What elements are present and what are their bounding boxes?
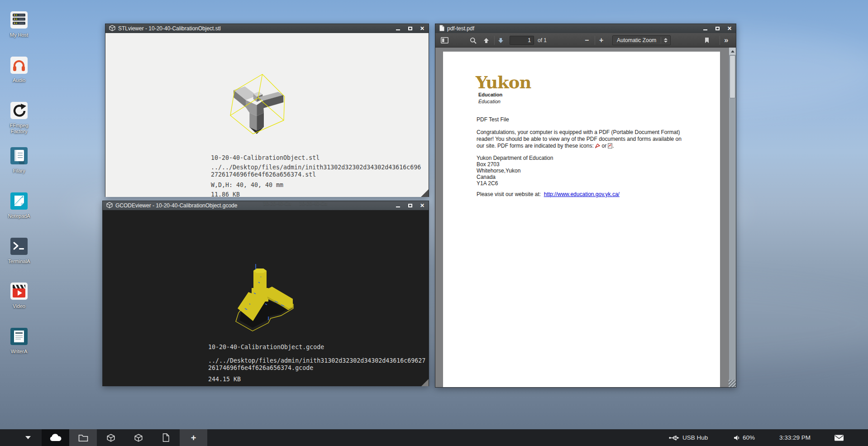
terminal-icon <box>9 236 29 256</box>
zoom-in-icon[interactable]: + <box>599 33 603 48</box>
document-icon <box>9 326 29 346</box>
server-icon <box>9 10 29 30</box>
desktop-icon-label: Audio <box>13 77 25 83</box>
desktop-icon-ffmpeg-factory[interactable]: FFmpeg Factory <box>3 101 35 134</box>
stl-dimensions: W,D,H: 40, 40, 40 mm <box>211 182 421 189</box>
stl-titlebar[interactable]: STLviewer - 10-20-40-CalibrationObject.s… <box>105 24 429 33</box>
scroll-up-icon[interactable] <box>729 48 736 55</box>
desktop-icon-my-host[interactable]: My Host <box>3 10 35 38</box>
maximize-icon[interactable] <box>407 26 413 31</box>
maximize-icon[interactable] <box>715 26 720 31</box>
acrobat-icon <box>595 144 600 150</box>
resize-grip[interactable] <box>421 379 429 386</box>
para-line: reader! You should be able to view any o… <box>477 136 698 143</box>
search-icon[interactable] <box>470 33 477 48</box>
select-arrows-icon <box>661 38 670 43</box>
logo-education-en: Education <box>478 91 531 98</box>
desktop-icon-audio[interactable]: Audio <box>3 55 35 83</box>
address-line: Whitehorse,Yukon <box>477 168 553 174</box>
desktop-icon-notepada[interactable]: NotepadA <box>3 191 35 219</box>
gcode-path-line1: ../../Desktop/files/admin/inith31302d323… <box>208 357 425 364</box>
desktop-icon-terminala[interactable]: TerminalA <box>3 236 35 264</box>
desktop-icon-label: FFmpeg Factory <box>3 123 35 134</box>
pdf-titlebar[interactable]: pdf-test.pdf ✕ <box>435 24 736 33</box>
scrollbar-thumb[interactable] <box>730 55 735 98</box>
headphones-icon <box>9 55 29 75</box>
address-line: Yukon Department of Education <box>477 155 553 161</box>
more-tools-icon[interactable]: » <box>724 33 728 48</box>
desktop-icon-filary[interactable]: Filary <box>3 146 35 174</box>
clapperboard-icon <box>9 281 29 301</box>
pdf-toolbar: of 1 − + Automatic Zoom » <box>435 33 736 48</box>
minimize-icon[interactable] <box>702 26 708 31</box>
gcode-info-text: 10-20-40-CalibrationObject.gcode ../../D… <box>208 344 425 383</box>
scrollbar[interactable] <box>729 48 736 387</box>
page-count-label: of 1 <box>538 33 547 48</box>
notifications-button[interactable] <box>834 429 844 446</box>
stl-path-line2: 2726174696f6e4f626a656374.stl <box>211 171 421 178</box>
recycle-arrows-icon <box>9 101 29 120</box>
address-line: Canada <box>477 174 553 180</box>
toolbar-divider <box>720 36 720 45</box>
usb-indicator[interactable] <box>669 429 680 446</box>
volume-control[interactable] <box>734 429 740 446</box>
stl-filesize: 11.86 KB <box>211 191 421 197</box>
close-icon[interactable]: ✕ <box>420 203 425 208</box>
close-icon[interactable]: ✕ <box>727 26 732 31</box>
zoom-out-icon[interactable]: − <box>585 33 589 48</box>
pdf-file-icon <box>439 25 444 33</box>
cube-icon <box>109 25 115 33</box>
logo-education-fr: Éducation <box>478 98 531 105</box>
window-title: GCODEviewer - 10-20-40-CalibrationObject… <box>115 202 237 209</box>
pdf-window: pdf-test.pdf ✕ of 1 − <box>435 24 736 388</box>
resize-grip[interactable] <box>421 189 429 197</box>
desktop-icon-label: Filary <box>13 168 25 174</box>
gcode-viewport[interactable]: 10-20-40-CalibrationObject.gcode ../../D… <box>103 210 429 386</box>
zoom-select-value: Automatic Zoom <box>613 37 661 43</box>
system-tray: USB Hub 60% 3:33:29 PM <box>0 429 868 446</box>
pdf-form-icon <box>608 143 612 150</box>
stl-path-line1: ../../Desktop/files/admin/inith31302d323… <box>211 164 421 171</box>
gcode-titlebar[interactable]: GCODEviewer - 10-20-40-CalibrationObject… <box>103 201 429 210</box>
desktop-icon-label: My Host <box>10 32 28 38</box>
window-title: STLviewer - 10-20-40-CalibrationObject.s… <box>118 25 221 32</box>
address-line: Y1A 2C6 <box>477 180 553 187</box>
bookmark-icon[interactable] <box>704 33 710 48</box>
toolbar-divider <box>494 36 495 45</box>
website-link[interactable]: http://www.education.gov.yk.ca/ <box>544 191 620 197</box>
maximize-icon[interactable] <box>407 203 413 208</box>
pdf-content-area: Yukon Education Éducation PDF Test File … <box>435 48 736 387</box>
toolbar-divider <box>595 36 595 45</box>
desktop-icon-label: Video <box>13 303 25 309</box>
next-page-icon[interactable] <box>498 33 504 48</box>
stl-viewport[interactable]: 10-20-40-CalibrationObject.stl ../../Des… <box>105 33 429 197</box>
clock: 3:33:29 PM <box>779 429 811 446</box>
para-line3-text: our site. PDF forms are indicated by the… <box>477 143 594 149</box>
stlviewer-window: STLviewer - 10-20-40-CalibrationObject.s… <box>105 24 429 197</box>
cube-icon <box>106 202 113 210</box>
sidebar-toggle-icon[interactable] <box>441 33 448 48</box>
website-label: Please visit our website at: <box>477 191 541 197</box>
resize-grip[interactable] <box>729 380 736 387</box>
zoom-select[interactable]: Automatic Zoom <box>612 35 671 45</box>
book-icon <box>9 146 29 166</box>
gcode-model-preview <box>227 263 308 336</box>
desktop-icon-label: TerminalA <box>8 259 30 264</box>
gcode-filename: 10-20-40-CalibrationObject.gcode <box>208 344 425 351</box>
pdf-page: Yukon Education Éducation PDF Test File … <box>443 52 720 387</box>
doc-paragraph: Congratulations, your computer is equipp… <box>477 129 698 150</box>
para-or-text: or <box>601 143 606 149</box>
desktop: My Host Audio FFmpeg Factory <box>0 0 868 446</box>
desktop-icon-video[interactable]: Video <box>3 281 35 309</box>
stl-model-preview <box>219 63 299 139</box>
para-period: . <box>612 143 614 149</box>
desktop-icon-writera[interactable]: WriterA <box>3 326 35 355</box>
close-icon[interactable]: ✕ <box>420 26 425 31</box>
stl-info-text: 10-20-40-CalibrationObject.stl ../../Des… <box>211 154 421 197</box>
page-number-input[interactable] <box>510 36 534 45</box>
minimize-icon[interactable] <box>395 203 401 208</box>
previous-page-icon[interactable] <box>483 33 489 48</box>
minimize-icon[interactable] <box>395 26 401 31</box>
gcodeviewer-window: GCODEviewer - 10-20-40-CalibrationObject… <box>102 201 429 386</box>
desktop-icon-label: NotepadA <box>8 213 30 219</box>
